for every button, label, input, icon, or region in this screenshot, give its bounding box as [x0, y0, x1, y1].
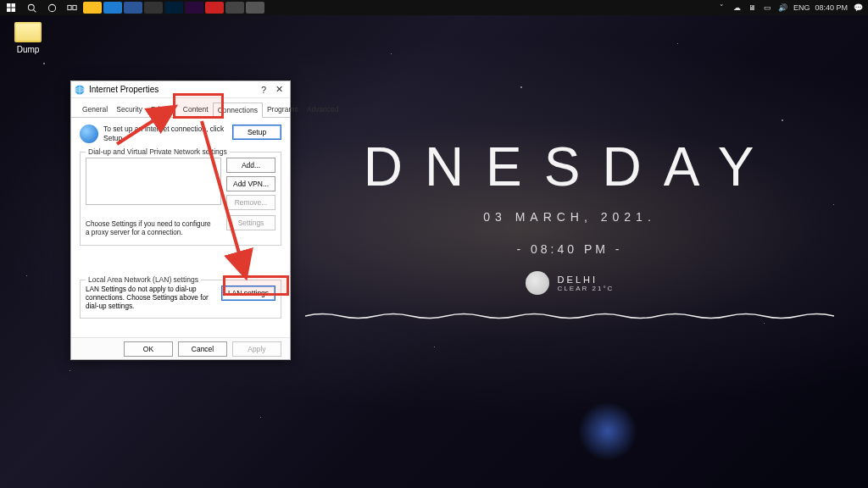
widget-divider-wave — [305, 310, 834, 322]
widget-city: DELHI — [558, 274, 615, 285]
cortana-button[interactable] — [42, 0, 61, 15]
moon-icon — [526, 271, 549, 295]
apply-button: Apply — [232, 341, 281, 357]
tab-advanced[interactable]: Advanced — [303, 103, 343, 118]
desktop-icon-dump[interactable]: Dump — [7, 22, 49, 54]
taskbar-app-edge[interactable] — [103, 2, 122, 14]
widget-day: DNESDAY — [305, 136, 834, 198]
taskbar-app-explorer[interactable] — [83, 2, 102, 14]
tab-security[interactable]: Security — [112, 103, 147, 118]
svg-rect-7 — [68, 5, 71, 9]
annotation-box-lan — [223, 275, 289, 296]
desktop-widget: DNESDAY 03 MARCH, 2021. - 08:40 PM - DEL… — [305, 136, 834, 322]
tray-clock[interactable]: 08:40 PM — [815, 3, 848, 12]
dialog-footer: OK Cancel Apply — [71, 337, 290, 359]
taskbar-app-epic[interactable] — [205, 2, 224, 14]
tray-notifications-icon[interactable]: 💬 — [853, 3, 863, 13]
lan-description: LAN Settings do not apply to dial-up con… — [86, 286, 216, 312]
widget-weather: DELHI CLEAR 21°C — [305, 271, 834, 295]
widget-time: - 08:40 PM - — [305, 242, 834, 256]
dialup-settings-button: Settings — [226, 215, 275, 230]
taskbar: ˅ ☁ 🖥 ▭ 🔊 ENG 08:40 PM 💬 — [0, 0, 868, 15]
close-button[interactable]: ✕ — [271, 84, 287, 95]
desktop-icon-label: Dump — [7, 45, 49, 54]
svg-rect-1 — [12, 3, 16, 8]
dialup-listbox[interactable] — [86, 158, 221, 205]
tray-monitor-icon[interactable]: 🖥 — [748, 3, 758, 13]
svg-line-5 — [33, 9, 36, 12]
task-view-button[interactable] — [63, 0, 81, 15]
dialup-note: Choose Settings if you need to configure… — [86, 220, 213, 238]
svg-point-4 — [28, 4, 34, 10]
svg-rect-0 — [7, 3, 11, 8]
taskbar-app-premiere[interactable] — [185, 2, 203, 14]
svg-rect-3 — [12, 8, 16, 13]
svg-rect-2 — [7, 8, 11, 13]
setup-description: To set up an Internet connection, click … — [103, 125, 227, 142]
tray-language[interactable]: ENG — [793, 3, 810, 12]
dialup-legend: Dial-up and Virtual Private Network sett… — [86, 147, 230, 156]
setup-button[interactable]: Setup — [232, 125, 281, 140]
internet-properties-dialog: Internet Properties ? ✕ General Security… — [70, 80, 291, 360]
taskbar-app-photoshop[interactable] — [164, 2, 183, 14]
lan-legend: Local Area Network (LAN) settings — [86, 275, 201, 284]
internet-icon — [75, 85, 85, 95]
globe-icon — [80, 125, 98, 143]
dialup-groupbox: Dial-up and Virtual Private Network sett… — [80, 152, 281, 246]
widget-date: 03 MARCH, 2021. — [305, 210, 834, 224]
add-button[interactable]: Add... — [226, 158, 275, 173]
tray-network-icon[interactable]: ▭ — [763, 3, 773, 13]
taskbar-app-terminal[interactable] — [144, 2, 163, 14]
tray-onedrive-icon[interactable]: ☁ — [732, 3, 743, 13]
annotation-box-connections — [173, 93, 224, 119]
add-vpn-button[interactable]: Add VPN... — [226, 176, 275, 191]
tab-programs[interactable]: Programs — [263, 103, 303, 118]
remove-button: Remove... — [226, 195, 275, 210]
tab-general[interactable]: General — [78, 103, 112, 118]
taskbar-app-word[interactable] — [124, 2, 142, 14]
taskbar-app-misc2[interactable] — [246, 2, 264, 14]
start-button[interactable] — [2, 0, 20, 15]
tray-volume-icon[interactable]: 🔊 — [778, 3, 788, 13]
cancel-button[interactable]: Cancel — [178, 341, 227, 357]
svg-rect-8 — [73, 5, 76, 9]
search-button[interactable] — [22, 0, 41, 15]
taskbar-app-misc[interactable] — [225, 2, 244, 14]
widget-condition: CLEAR 21°C — [558, 285, 615, 292]
svg-point-6 — [48, 4, 55, 11]
ok-button[interactable]: OK — [124, 341, 173, 357]
help-button[interactable]: ? — [256, 85, 271, 95]
tray-chevron-icon[interactable]: ˅ — [717, 3, 727, 13]
folder-icon — [14, 22, 42, 42]
